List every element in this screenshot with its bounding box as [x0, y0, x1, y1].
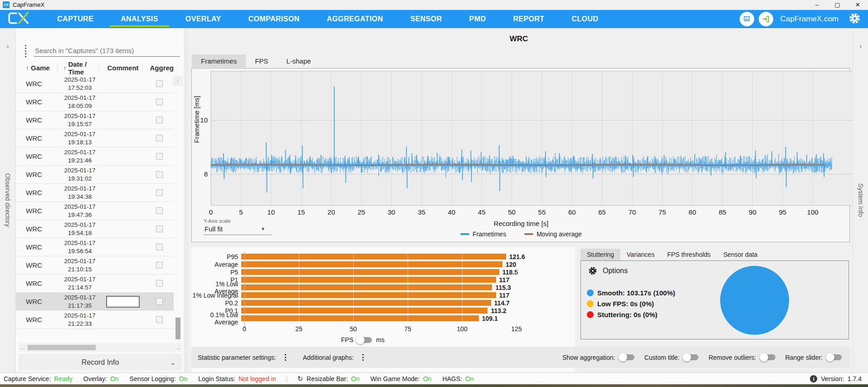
desktop-background	[0, 384, 868, 387]
aggregation-checkbox[interactable]	[156, 207, 163, 214]
column-header-date[interactable]: ↑ Date / Time	[58, 64, 98, 73]
aggregation-checkbox[interactable]	[156, 316, 163, 323]
cell-date: 2025-01-1717:52:03	[59, 76, 101, 92]
tab-variances[interactable]: Variances	[620, 249, 661, 260]
table-row[interactable]: WRC2025-01-1721:10:15	[16, 256, 174, 274]
record-info-expander[interactable]: Record Info ⌄	[19, 354, 182, 371]
toggle-show-aggregation[interactable]	[620, 354, 634, 360]
bar[interactable]	[241, 300, 491, 306]
aggregation-checkbox[interactable]	[156, 280, 163, 287]
refresh-icon[interactable]: ↻	[297, 375, 303, 383]
scroll-right-icon[interactable]: →	[174, 344, 182, 351]
tab-fps[interactable]: FPS	[246, 54, 277, 68]
horizontal-scrollbar[interactable]: ← →	[19, 343, 182, 352]
bar[interactable]	[241, 261, 502, 267]
table-row[interactable]: WRC2025-01-1719:31:02	[16, 166, 174, 184]
status-value: On	[179, 375, 188, 382]
table-row[interactable]: WRC2025-01-1719:21:46	[16, 147, 174, 166]
tab-l-shape[interactable]: L-shape	[277, 54, 320, 68]
expand-left-panel-icon[interactable]: ›	[0, 42, 15, 51]
comment-input[interactable]	[106, 296, 140, 308]
settings-gear-icon[interactable]	[848, 12, 861, 26]
nav-item-report[interactable]: REPORT	[499, 10, 558, 28]
kebab-menu-icon[interactable]: ⋮	[359, 353, 367, 362]
table-row[interactable]: WRC2025-01-1719:54:18	[16, 220, 174, 238]
site-link[interactable]: CapFrameX.com	[780, 15, 839, 24]
bar[interactable]	[241, 269, 499, 275]
nav-item-analysis[interactable]: ANALYSIS	[107, 10, 172, 28]
toggle-custom-title[interactable]	[684, 354, 698, 360]
table-row[interactable]: WRC2025-01-1721:22:33	[16, 311, 174, 329]
tab-frametimes[interactable]: Frametimes	[192, 54, 246, 68]
x-axis-title: Recording time [s]	[192, 220, 850, 227]
table-row[interactable]: WRC2025-01-1719:18:13	[16, 129, 174, 147]
toggle-remove-outliers[interactable]	[761, 354, 775, 360]
y-axis-scale-dropdown[interactable]: Y-Axis scale Full fit ▼	[204, 218, 272, 235]
bar[interactable]	[241, 315, 479, 321]
aggregation-checkbox[interactable]	[156, 98, 163, 105]
aggregation-checkbox[interactable]	[156, 262, 163, 269]
scrollbar-thumb[interactable]	[28, 345, 96, 350]
window-title: CapFrameX	[13, 1, 44, 8]
table-row[interactable]: WRC2025-01-1719:34:38	[16, 184, 174, 202]
aggregation-checkbox[interactable]	[156, 80, 163, 87]
table-row[interactable]: WRC2025-01-1719:47:36	[16, 202, 174, 220]
aggregation-checkbox[interactable]	[156, 244, 163, 250]
aggregation-checkbox[interactable]	[156, 189, 163, 196]
nav-item-pmd[interactable]: PMD	[456, 10, 500, 28]
table-row[interactable]: WRC2025-01-1718:05:09	[16, 93, 174, 111]
screenshot-gallery-button[interactable]	[740, 12, 754, 26]
cell-game: WRC	[16, 261, 59, 269]
capture-list-menu-icon[interactable]	[20, 44, 31, 59]
tab-sensor-data[interactable]: Sensor data	[717, 249, 764, 260]
table-row[interactable]: WRC2025-01-1719:56:54	[16, 238, 174, 256]
nav-item-sensor[interactable]: SENSOR	[397, 10, 456, 28]
bar[interactable]	[241, 254, 506, 260]
bar[interactable]	[241, 284, 492, 290]
column-header-game[interactable]: ↑ Game	[16, 64, 57, 73]
frametime-chart[interactable]: 0510152025303540455055606570758085909510…	[199, 69, 858, 221]
bar[interactable]	[241, 292, 496, 298]
toggle-range-slider[interactable]	[827, 354, 842, 360]
record-title: WRC	[188, 34, 849, 44]
table-row[interactable]: WRC2025-01-1719:15:57	[16, 111, 174, 129]
login-button[interactable]	[759, 12, 773, 26]
nav-item-comparison[interactable]: COMPARISON	[234, 10, 313, 28]
kebab-menu-icon[interactable]: ⋮	[282, 353, 289, 362]
nav-item-cloud[interactable]: CLOUD	[558, 10, 612, 28]
bar[interactable]	[241, 308, 488, 314]
nav-item-capture[interactable]: CAPTURE	[44, 10, 107, 28]
bar[interactable]	[241, 277, 496, 283]
aggregation-checkbox[interactable]	[156, 171, 163, 178]
statistic-parameter-settings-button[interactable]: Statistic parameter settings:⋮	[198, 353, 291, 362]
maximize-button[interactable]: ▢	[827, 0, 848, 10]
status-label: Overlay:	[83, 375, 107, 382]
nav-item-aggregation[interactable]: AGGREGATION	[313, 10, 397, 28]
bar-axis-tick: 100	[457, 325, 467, 333]
fps-ms-toggle[interactable]	[357, 337, 372, 343]
minimize-button[interactable]: –	[807, 0, 827, 10]
analysis-main: WRC FrametimesFPSL-shape Frametime [ms] …	[188, 28, 853, 372]
aggregation-checkbox[interactable]	[156, 298, 163, 305]
aggregation-checkbox[interactable]	[156, 117, 163, 123]
nav-item-overlay[interactable]: OVERLAY	[172, 10, 235, 28]
expand-right-panel-icon[interactable]: ‹	[853, 42, 868, 51]
table-row[interactable]: WRC2025-01-1721:14:57	[16, 274, 174, 293]
stuttering-options-button[interactable]: Options	[588, 266, 628, 275]
close-button[interactable]: ✕	[848, 0, 868, 10]
table-row[interactable]: WRC2025-01-1717:52:03	[16, 75, 174, 93]
column-header-aggreg[interactable]: Aggreg	[143, 64, 174, 73]
tab-stuttering[interactable]: Stuttering	[580, 249, 620, 260]
aggregation-checkbox[interactable]	[156, 135, 163, 142]
cell-date: 2025-01-1721:17:35	[59, 294, 101, 309]
aggregation-checkbox[interactable]	[156, 153, 163, 160]
tab-fps-thresholds[interactable]: FPS thresholds	[661, 249, 717, 260]
vertical-scrollbar[interactable]: ↓	[175, 75, 181, 347]
scrollbar-thumb[interactable]	[176, 318, 180, 339]
column-header-comment[interactable]: Comment	[99, 64, 142, 73]
table-row[interactable]: WRC2025-01-1721:17:35	[16, 293, 174, 311]
search-input[interactable]	[34, 45, 180, 57]
scroll-left-icon[interactable]: ←	[19, 344, 27, 351]
aggregation-checkbox[interactable]	[156, 225, 163, 232]
additional-graphs-button[interactable]: Additional graphs:⋮	[303, 353, 369, 362]
